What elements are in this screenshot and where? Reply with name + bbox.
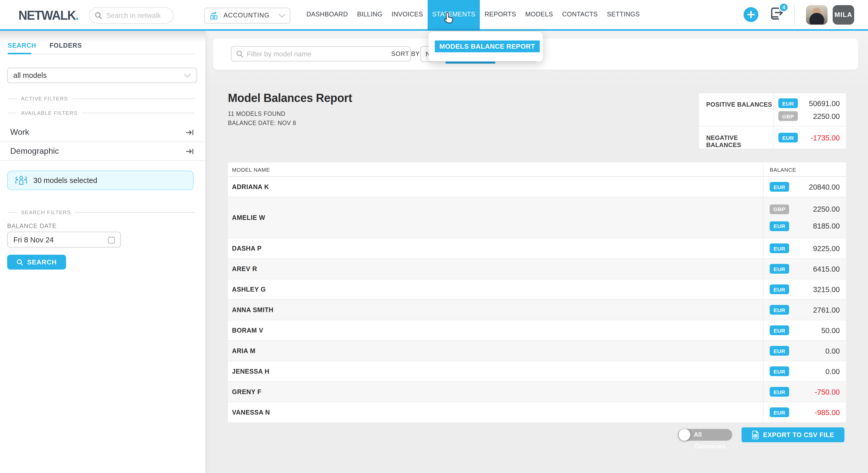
negative-balances-row: NEGATIVE BALANCES EUR -1735.00: [699, 126, 846, 149]
filter-row-demographic[interactable]: Demographic: [0, 142, 205, 161]
nav-item-invoices[interactable]: INVOICES: [387, 0, 428, 31]
export-csv-label: EXPORT TO CSV FILE: [763, 431, 834, 438]
tab-search[interactable]: SEARCH: [8, 42, 36, 49]
balance-amount: 8185.00: [813, 222, 840, 230]
model-filter-input[interactable]: Filter by model name: [231, 46, 411, 61]
currency-badge-eur: EUR: [770, 182, 789, 191]
positive-balances-row: POSITIVE BALANCES EUR 50691.00 GBP 2250.…: [699, 93, 846, 126]
user-avatar-photo[interactable]: [806, 5, 828, 24]
model-name: JENESSA H: [228, 361, 763, 381]
search-filters-label: SEARCH FILTERS: [21, 209, 71, 215]
balance-amount: 2250.00: [813, 205, 840, 213]
summary-amount: 50691.00: [809, 99, 840, 107]
available-filters-divider: AVAILABLE FILTERS: [8, 110, 195, 116]
model-name: ADRIANA K: [228, 177, 763, 197]
table-row[interactable]: ANNA SMITH EUR2761.00: [228, 300, 846, 320]
table-row[interactable]: GRENY F EUR-750.00: [228, 382, 846, 402]
main-content: Filter by model name SORT BY N Model Bal…: [205, 31, 868, 473]
nav-item-settings[interactable]: SETTINGS: [602, 0, 644, 31]
export-csv-button[interactable]: EXPORT TO CSV FILE: [742, 427, 844, 442]
table-row[interactable]: DASHA P EUR9225.00: [228, 238, 846, 259]
page-title: Model Balances Report: [228, 91, 352, 105]
all-currencies-toggle[interactable]: All Currencies: [678, 429, 732, 441]
toggle-knob[interactable]: [679, 429, 690, 441]
currency-badge-eur: EUR: [770, 366, 789, 376]
balance-amount: 0.00: [826, 367, 840, 375]
logo-dot: .: [75, 8, 79, 22]
model-name: ASHLEY G: [228, 279, 763, 299]
balance-date-text: BALANCE DATE: NOV 8: [228, 120, 356, 126]
all-currencies-label: All Currencies: [694, 429, 732, 441]
model-name: ARIA M: [228, 341, 763, 361]
statements-export-icon[interactable]: 4: [768, 5, 786, 24]
add-button[interactable]: [744, 7, 758, 22]
table-row[interactable]: JENESSA H EUR0.00: [228, 361, 846, 382]
balance-amount: 3215.00: [813, 285, 840, 293]
accounting-money-icon: [210, 10, 219, 20]
model-scope-select[interactable]: all models: [7, 68, 197, 83]
balance-amount: 50.00: [821, 326, 840, 334]
dropdown-item-models-balance-report[interactable]: MODELS BALANCE REPORT: [435, 40, 540, 52]
calendar-icon: [107, 235, 115, 244]
search-button[interactable]: SEARCH: [7, 255, 66, 270]
models-found-text: 11 MODELS FOUND: [228, 111, 356, 117]
notifications-badge: 4: [779, 2, 788, 12]
search-icon: [17, 259, 24, 266]
global-search-input[interactable]: Search in netwalk: [89, 7, 174, 24]
tab-folders[interactable]: FOLDERS: [50, 42, 82, 49]
app-module-select[interactable]: ACCOUNTING: [205, 7, 290, 23]
table-row[interactable]: ASHLEY G EUR3215.00: [228, 279, 846, 300]
report-header: Model Balances Report 11 MODELS FOUND BA…: [228, 91, 356, 129]
active-filters-divider: ACTIVE FILTERS: [8, 95, 195, 101]
global-search-placeholder: Search in netwalk: [106, 11, 161, 19]
balance-date-input[interactable]: Fri 8 Nov 24: [7, 232, 121, 247]
sidebar-tabs: SEARCH FOLDERS: [8, 42, 82, 49]
summary-line: GBP 2250.00: [778, 111, 840, 121]
currency-badge-eur: EUR: [770, 346, 789, 356]
table-row[interactable]: ARIA M EUR0.00: [228, 341, 846, 361]
netwalk-logo[interactable]: NETWALK.: [19, 8, 79, 23]
currency-badge-eur: EUR: [778, 98, 798, 108]
nav-item-dashboard[interactable]: DASHBOARD: [302, 0, 352, 31]
csv-file-icon: [752, 431, 759, 439]
arrow-to-bar-icon: [185, 128, 194, 136]
nav-item-statements[interactable]: STATEMENTS: [428, 0, 480, 31]
currency-badge-eur: EUR: [770, 387, 789, 397]
balance-amount: 2761.00: [813, 306, 840, 314]
tab-active-indicator: [8, 53, 31, 54]
chevron-down-icon: [279, 13, 285, 18]
nav-item-reports[interactable]: REPORTS: [480, 0, 521, 31]
models-selected-pill[interactable]: 30 models selected: [7, 171, 193, 190]
table-row[interactable]: ADRIANA K EUR20840.00: [228, 177, 846, 197]
currency-badge-eur: EUR: [770, 264, 789, 274]
table-row[interactable]: AREV R EUR6415.00: [228, 259, 846, 279]
currency-badge-eur: EUR: [770, 221, 789, 231]
chevron-down-icon: [184, 73, 191, 78]
summary-line: EUR -1735.00: [778, 133, 840, 143]
balances-summary-card: POSITIVE BALANCES EUR 50691.00 GBP 2250.…: [699, 93, 846, 149]
sort-by-label: SORT BY: [391, 38, 420, 70]
currency-badge-eur: EUR: [778, 133, 798, 143]
balance-amount: 6415.00: [813, 265, 840, 273]
filter-label: Demographic: [10, 147, 185, 156]
table-row[interactable]: VANESSA N EUR-985.00: [228, 402, 846, 423]
available-filters-label: AVAILABLE FILTERS: [21, 110, 78, 116]
model-scope-value: all models: [13, 71, 184, 80]
netwalk-app: NETWALK. Search in netwalk ACCOUNTING DA…: [0, 0, 868, 473]
table-row[interactable]: BORAM V EUR50.00: [228, 320, 846, 341]
model-name: DASHA P: [228, 238, 763, 258]
currency-badge-eur: EUR: [770, 305, 789, 315]
search-filters-divider: SEARCH FILTERS: [8, 209, 195, 215]
sort-select-active-underline: [445, 61, 495, 63]
summary-line: EUR 50691.00: [778, 98, 840, 108]
nav-item-contacts[interactable]: CONTACTS: [558, 0, 602, 31]
model-name: AREV R: [228, 259, 763, 279]
user-chip[interactable]: MILA: [833, 5, 854, 24]
model-name: GRENY F: [228, 382, 763, 402]
model-name: ANNA SMITH: [228, 300, 763, 320]
filter-row-work[interactable]: Work: [0, 123, 205, 142]
table-row[interactable]: AMELIE W GBP2250.00 EUR8185.00: [228, 197, 846, 238]
nav-item-models[interactable]: MODELS: [521, 0, 558, 31]
models-selected-text: 30 models selected: [33, 176, 97, 184]
nav-item-billing[interactable]: BILLING: [352, 0, 387, 31]
